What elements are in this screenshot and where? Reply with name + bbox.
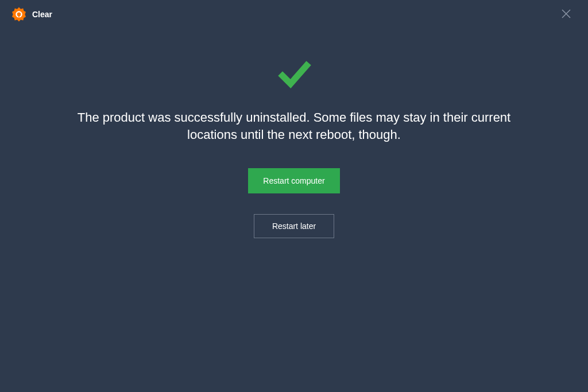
close-icon <box>562 7 571 22</box>
app-window: Clear The product was successfully unins… <box>0 0 588 392</box>
titlebar-left: Clear <box>11 7 52 22</box>
restart-computer-button[interactable]: Restart computer <box>248 168 339 193</box>
close-button[interactable] <box>556 4 577 25</box>
svg-rect-2 <box>18 15 20 17</box>
app-title: Clear <box>32 10 52 19</box>
titlebar: Clear <box>0 0 588 29</box>
status-message: The product was successfully uninstalled… <box>64 109 524 143</box>
success-check-icon <box>276 56 312 95</box>
main-content: The product was successfully uninstalled… <box>0 29 588 238</box>
avast-logo-icon <box>11 7 26 22</box>
restart-later-button[interactable]: Restart later <box>254 214 334 238</box>
